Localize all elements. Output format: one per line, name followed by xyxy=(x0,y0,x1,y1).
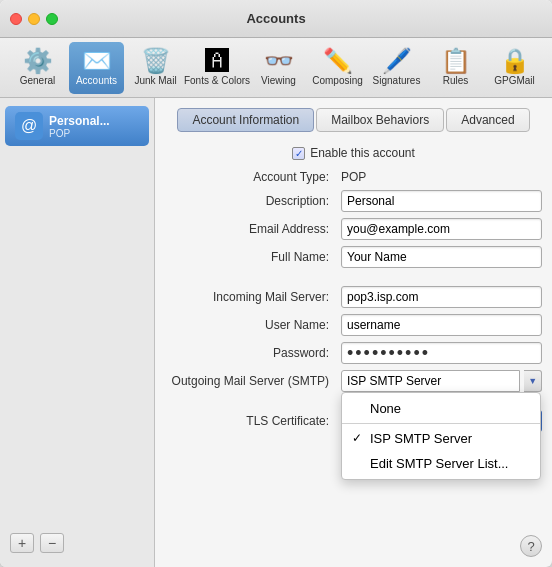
password-input[interactable] xyxy=(341,342,542,364)
account-name: Personal... xyxy=(49,114,110,128)
fonts-icon: 🅰 xyxy=(205,49,229,73)
main-panel: Account Information Mailbox Behaviors Ad… xyxy=(155,98,552,567)
toolbar-item-fonts[interactable]: 🅰 Fonts & Colors xyxy=(187,42,247,94)
main-window: Accounts ⚙️ General ✉️ Accounts 🗑️ Junk … xyxy=(0,0,552,567)
popup-divider xyxy=(342,423,540,424)
toolbar-item-rules[interactable]: 📋 Rules xyxy=(428,42,483,94)
window-title: Accounts xyxy=(246,11,305,26)
incoming-server-input[interactable] xyxy=(341,286,542,308)
toolbar-label-fonts: Fonts & Colors xyxy=(184,75,250,86)
tab-mailbox-behaviors[interactable]: Mailbox Behaviors xyxy=(316,108,444,132)
account-icon: @ xyxy=(15,112,43,140)
sidebar: @ Personal... POP + − xyxy=(0,98,155,567)
username-label: User Name: xyxy=(165,318,335,332)
toolbar-label-gpgmail: GPGMail xyxy=(494,75,535,86)
smtp-dropdown-arrow[interactable]: ▼ xyxy=(524,370,542,392)
tab-bar: Account Information Mailbox Behaviors Ad… xyxy=(165,108,542,132)
rules-icon: 📋 xyxy=(441,49,471,73)
account-type: POP xyxy=(49,128,110,139)
tab-advanced[interactable]: Advanced xyxy=(446,108,529,132)
account-info: Personal... POP xyxy=(49,114,110,139)
toolbar-item-signatures[interactable]: 🖊️ Signatures xyxy=(369,42,424,94)
account-type-label: Account Type: xyxy=(165,170,335,184)
enable-account-label: Enable this account xyxy=(310,146,415,160)
email-input[interactable] xyxy=(341,218,542,240)
account-type-value: POP xyxy=(341,170,542,184)
toolbar-label-composing: Composing xyxy=(312,75,363,86)
toolbar-label-general: General xyxy=(20,75,56,86)
minimize-button[interactable] xyxy=(28,13,40,25)
remove-account-button[interactable]: − xyxy=(40,533,64,553)
full-name-label: Full Name: xyxy=(165,250,335,264)
close-button[interactable] xyxy=(10,13,22,25)
sidebar-account-item[interactable]: @ Personal... POP xyxy=(5,106,149,146)
toolbar-item-composing[interactable]: ✏️ Composing xyxy=(310,42,365,94)
account-form: Account Type: POP Description: Email Add… xyxy=(165,170,542,432)
popup-item-none[interactable]: None xyxy=(342,396,540,421)
composing-icon: ✏️ xyxy=(323,49,353,73)
viewing-icon: 👓 xyxy=(264,49,294,73)
maximize-button[interactable] xyxy=(46,13,58,25)
help-button[interactable]: ? xyxy=(520,535,542,557)
accounts-icon: ✉️ xyxy=(82,49,112,73)
smtp-row: ▼ None ISP SMTP Server Edit SMTP Server … xyxy=(341,370,542,392)
description-label: Description: xyxy=(165,194,335,208)
smtp-popup-menu: None ISP SMTP Server Edit SMTP Server Li… xyxy=(341,392,541,480)
smtp-label: Outgoing Mail Server (SMTP) xyxy=(165,374,335,388)
toolbar: ⚙️ General ✉️ Accounts 🗑️ Junk Mail 🅰 Fo… xyxy=(0,38,552,98)
toolbar-item-gpgmail[interactable]: 🔒 GPGMail xyxy=(487,42,542,94)
tab-account-information[interactable]: Account Information xyxy=(177,108,314,132)
toolbar-item-accounts[interactable]: ✉️ Accounts xyxy=(69,42,124,94)
username-input[interactable] xyxy=(341,314,542,336)
password-label: Password: xyxy=(165,346,335,360)
toolbar-label-accounts: Accounts xyxy=(76,75,117,86)
toolbar-label-junk: Junk Mail xyxy=(134,75,176,86)
signatures-icon: 🖊️ xyxy=(382,49,412,73)
window-buttons xyxy=(10,13,58,25)
toolbar-label-rules: Rules xyxy=(443,75,469,86)
sidebar-actions: + − xyxy=(0,527,154,559)
incoming-server-label: Incoming Mail Server: xyxy=(165,290,335,304)
tls-label: TLS Certificate: xyxy=(165,414,335,428)
toolbar-item-viewing[interactable]: 👓 Viewing xyxy=(251,42,306,94)
popup-item-isp-smtp[interactable]: ISP SMTP Server xyxy=(342,426,540,451)
full-name-input[interactable] xyxy=(341,246,542,268)
description-input[interactable] xyxy=(341,190,542,212)
popup-item-edit-smtp[interactable]: Edit SMTP Server List... xyxy=(342,451,540,476)
general-icon: ⚙️ xyxy=(23,49,53,73)
enable-account-row: ✓ Enable this account xyxy=(165,146,542,160)
enable-account-checkbox[interactable]: ✓ xyxy=(292,147,305,160)
gpgmail-icon: 🔒 xyxy=(500,49,530,73)
content-area: @ Personal... POP + − Account Informatio… xyxy=(0,98,552,567)
add-account-button[interactable]: + xyxy=(10,533,34,553)
toolbar-item-general[interactable]: ⚙️ General xyxy=(10,42,65,94)
junk-icon: 🗑️ xyxy=(141,49,171,73)
smtp-dropdown[interactable] xyxy=(341,370,520,392)
toolbar-label-viewing: Viewing xyxy=(261,75,296,86)
titlebar: Accounts xyxy=(0,0,552,38)
email-label: Email Address: xyxy=(165,222,335,236)
toolbar-label-signatures: Signatures xyxy=(373,75,421,86)
toolbar-item-junk[interactable]: 🗑️ Junk Mail xyxy=(128,42,183,94)
